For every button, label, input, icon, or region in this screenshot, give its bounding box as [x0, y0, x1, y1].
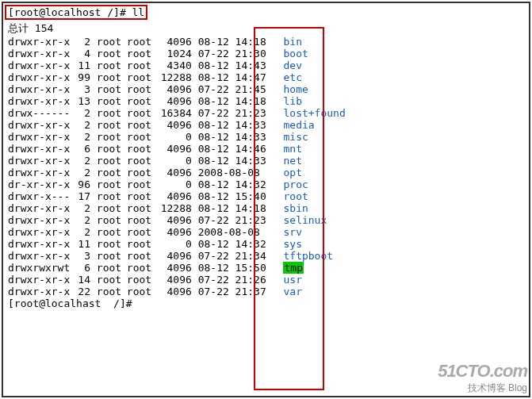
- total-line: 总计 154: [8, 21, 527, 36]
- prompt-highlight-box: [root@localhost /]# ll: [5, 5, 147, 20]
- date: 08-12 14:32: [198, 238, 277, 250]
- list-item: drwxr-xr-x3 rootroot4096 07-22 21:45 hom…: [8, 83, 527, 95]
- owner: root: [97, 178, 127, 190]
- links: 2: [71, 155, 90, 167]
- list-item: drwxr-xr-x2 rootroot12288 08-12 14:18 sb…: [8, 202, 527, 214]
- size: 4096: [157, 167, 192, 178]
- list-item: drwxr-xr-x22 rootroot4096 07-22 21:37 va…: [8, 286, 527, 297]
- owner: root: [97, 190, 127, 202]
- filename: srv: [283, 226, 301, 238]
- perms: drwxr-xr-x: [8, 143, 71, 155]
- perms: drwxr-xr-x: [8, 250, 71, 262]
- size: 4096: [157, 250, 192, 262]
- filename: var: [283, 286, 301, 297]
- filename: lost+found: [283, 107, 345, 119]
- filename: sbin: [283, 202, 308, 214]
- filename: tmp: [283, 262, 303, 274]
- date: 07-22 21:45: [198, 83, 277, 95]
- owner: root: [97, 238, 127, 250]
- terminal-window: [root@localhost /]# ll 总计 154 drwxr-xr-x…: [2, 2, 530, 397]
- list-item: drwxr-xr-x4 rootroot1024 07-22 21:30 boo…: [8, 48, 527, 59]
- group: root: [127, 95, 157, 107]
- size: 0: [157, 178, 192, 190]
- group: root: [127, 250, 157, 262]
- filename: home: [283, 83, 308, 95]
- date: 08-12 14:32: [198, 178, 277, 190]
- owner: root: [97, 262, 127, 274]
- owner: root: [97, 167, 127, 178]
- list-item: drwxr-xr-x2 rootroot0 08-12 14:33 misc: [8, 131, 527, 143]
- filename: lib: [283, 95, 301, 107]
- filename: etc: [283, 71, 301, 83]
- size: 4096: [157, 119, 192, 131]
- date: 08-12 14:33: [198, 131, 277, 143]
- size: 4096: [157, 226, 192, 238]
- owner: root: [97, 71, 127, 83]
- links: 17: [71, 190, 90, 202]
- size: 4096: [157, 83, 192, 95]
- date: 07-22 21:23: [198, 107, 277, 119]
- perms: drwxr-xr-x: [8, 274, 71, 286]
- perms: drwxr-xr-x: [8, 119, 71, 131]
- list-item: drwxr-xr-x2 rootroot0 08-12 14:33 net: [8, 155, 527, 167]
- list-item: dr-xr-xr-x96 rootroot0 08-12 14:32 proc: [8, 178, 527, 190]
- group: root: [127, 143, 157, 155]
- size: 4096: [157, 36, 192, 48]
- group: root: [127, 167, 157, 178]
- links: 2: [71, 167, 90, 178]
- group: root: [127, 286, 157, 297]
- links: 6: [71, 262, 90, 274]
- filename: net: [283, 155, 301, 167]
- filename: selinux: [283, 214, 327, 226]
- group: root: [127, 119, 157, 131]
- size: 4096: [157, 95, 192, 107]
- size: 4096: [157, 274, 192, 286]
- date: 07-22 21:34: [198, 250, 277, 262]
- size: 12288: [157, 202, 192, 214]
- watermark-subtitle: 技术博客 Blog: [438, 382, 527, 395]
- date: 08-12 14:47: [198, 71, 277, 83]
- group: root: [127, 274, 157, 286]
- list-item: drwxrwxrwt6 rootroot4096 08-12 15:50 tmp: [8, 262, 527, 274]
- links: 4: [71, 48, 90, 59]
- links: 3: [71, 83, 90, 95]
- size: 0: [157, 155, 192, 167]
- filename: root: [283, 190, 308, 202]
- links: 13: [71, 95, 90, 107]
- links: 2: [71, 131, 90, 143]
- date: 2008-08-08: [198, 167, 277, 178]
- links: 11: [71, 238, 90, 250]
- links: 11: [71, 59, 90, 71]
- file-listing: drwxr-xr-x2 rootroot4096 08-12 14:18 bin…: [8, 36, 527, 297]
- filename: boot: [283, 48, 308, 59]
- date: 08-12 15:40: [198, 190, 277, 202]
- owner: root: [97, 226, 127, 238]
- filename: misc: [283, 131, 308, 143]
- perms: drwxr-xr-x: [8, 238, 71, 250]
- links: 2: [71, 119, 90, 131]
- perms: drwxr-xr-x: [8, 167, 71, 178]
- size: 0: [157, 238, 192, 250]
- list-item: drwxr-xr-x6 rootroot4096 08-12 14:46 mnt: [8, 143, 527, 155]
- list-item: drwxr-xr-x99 rootroot12288 08-12 14:47 e…: [8, 71, 527, 83]
- date: 08-12 14:33: [198, 119, 277, 131]
- perms: drwxr-xr-x: [8, 286, 71, 297]
- links: 99: [71, 71, 90, 83]
- perms: drwxr-x---: [8, 190, 71, 202]
- links: 3: [71, 250, 90, 262]
- owner: root: [97, 48, 127, 59]
- size: 4096: [157, 190, 192, 202]
- perms: drwxr-xr-x: [8, 226, 71, 238]
- perms: drwxr-xr-x: [8, 155, 71, 167]
- owner: root: [97, 131, 127, 143]
- perms: drwxr-xr-x: [8, 131, 71, 143]
- links: 22: [71, 286, 90, 297]
- group: root: [127, 59, 157, 71]
- owner: root: [97, 107, 127, 119]
- filename: opt: [283, 167, 301, 178]
- group: root: [127, 202, 157, 214]
- owner: root: [97, 83, 127, 95]
- links: 6: [71, 143, 90, 155]
- size: 4096: [157, 262, 192, 274]
- group: root: [127, 262, 157, 274]
